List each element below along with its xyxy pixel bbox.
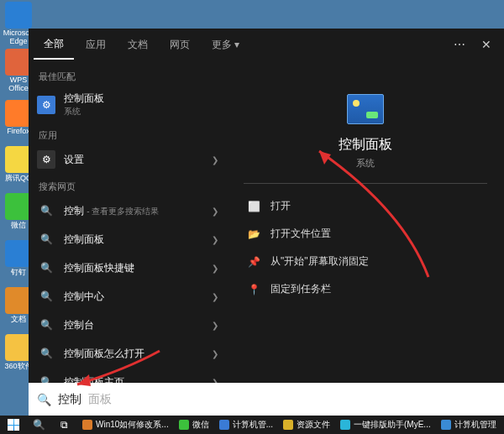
tab-web[interactable]: 网页	[160, 31, 200, 59]
web-result-item[interactable]: 🔍控制面板快捷键❯	[29, 254, 227, 282]
web-result-item[interactable]: 🔍控制 - 查看更多搜索结果❯	[29, 196, 227, 225]
action-icon: ⬜	[247, 201, 260, 212]
tab-docs[interactable]: 文档	[118, 31, 158, 59]
chevron-right-icon: ❯	[212, 349, 218, 358]
search-icon: 🔍	[37, 393, 51, 406]
taskbar-app-icon	[340, 420, 350, 430]
taskbar-app-icon	[441, 420, 451, 430]
action-icon: 📌	[247, 256, 260, 268]
search-icon: 🔍	[37, 316, 55, 334]
taskbar-app-icon	[179, 420, 189, 430]
web-result-item[interactable]: 🔍控制面板怎么打开❯	[29, 339, 227, 368]
detail-action-item[interactable]: ⬜打开	[244, 192, 487, 220]
result-detail-pane: 控制面板 系统 ⬜打开📂打开文件位置📌从"开始"屏幕取消固定📍固定到任务栏	[227, 60, 504, 383]
taskbar-item[interactable]: 微信	[174, 416, 214, 433]
taskbar-item[interactable]: Win10如何修改系...	[77, 416, 174, 433]
web-result-item[interactable]: 🔍控制面板主页❯	[29, 368, 227, 383]
search-icon: 🔍	[37, 259, 55, 277]
task-view-icon[interactable]: ⧉	[52, 416, 76, 433]
start-search-panel: 全部 应用 文档 网页 更多 ▾ ⋯ ✕ 最佳匹配 ⚙ 控制面板 系统 应用 ⚙…	[29, 29, 504, 416]
chevron-right-icon: ❯	[212, 207, 218, 216]
taskbar: 🔍 ⧉ Win10如何修改系...微信计算机管...资源文件一键排版助手(MyE…	[0, 416, 504, 434]
chevron-right-icon: ❯	[212, 321, 218, 330]
section-apps: 应用	[29, 123, 227, 145]
detail-action-item[interactable]: 📍固定到任务栏	[244, 275, 487, 303]
search-bar[interactable]: 🔍 控制面板	[29, 383, 504, 416]
web-result-item[interactable]: 🔍控制台❯	[29, 311, 227, 339]
best-match-subtitle: 系统	[64, 106, 104, 118]
taskbar-app-icon	[283, 420, 293, 430]
control-panel-icon: ⚙	[37, 96, 55, 114]
web-result-item[interactable]: 🔍控制面板❯	[29, 225, 227, 254]
web-result-item[interactable]: 🔍控制中心❯	[29, 282, 227, 311]
detail-title: 控制面板	[339, 136, 392, 154]
taskbar-search-icon[interactable]: 🔍	[27, 416, 50, 433]
best-match-title: 控制面板	[64, 92, 104, 106]
close-icon[interactable]: ✕	[474, 32, 499, 57]
chevron-right-icon: ❯	[212, 235, 218, 244]
detail-action-item[interactable]: 📂打开文件位置	[244, 220, 487, 248]
search-icon: 🔍	[37, 373, 55, 383]
chevron-right-icon: ❯	[212, 292, 218, 301]
app-result-item[interactable]: ⚙设置❯	[29, 145, 227, 174]
search-icon: 🔍	[37, 287, 55, 306]
chevron-right-icon: ❯	[212, 264, 218, 273]
taskbar-app-icon	[82, 420, 92, 430]
search-tabs: 全部 应用 文档 网页 更多 ▾ ⋯ ✕	[29, 29, 504, 60]
start-button[interactable]	[2, 416, 25, 433]
taskbar-item[interactable]: 一键排版助手(MyE...	[335, 416, 436, 433]
taskbar-item[interactable]: 计算机管理	[436, 416, 501, 433]
tab-more[interactable]: 更多 ▾	[202, 31, 249, 59]
tab-apps[interactable]: 应用	[76, 31, 116, 59]
detail-subtitle: 系统	[356, 157, 375, 170]
action-icon: 📂	[247, 228, 260, 240]
search-icon: 🔍	[37, 344, 55, 363]
chevron-right-icon: ❯	[212, 378, 218, 384]
detail-action-item[interactable]: 📌从"开始"屏幕取消固定	[244, 248, 487, 275]
section-best-match: 最佳匹配	[29, 64, 227, 86]
taskbar-item[interactable]: 资源文件	[278, 416, 335, 433]
action-icon: 📍	[247, 284, 260, 295]
taskbar-item[interactable]: 计算机管...	[214, 416, 278, 433]
search-typed: 控制	[58, 392, 81, 407]
search-icon: 🔍	[37, 230, 55, 248]
detail-actions: ⬜打开📂打开文件位置📌从"开始"屏幕取消固定📍固定到任务栏	[244, 184, 487, 311]
section-web: 搜索网页	[29, 174, 227, 196]
search-placeholder: 面板	[88, 392, 112, 407]
search-icon: 🔍	[37, 201, 55, 220]
more-options-icon[interactable]: ⋯	[447, 32, 472, 57]
results-list: 最佳匹配 ⚙ 控制面板 系统 应用 ⚙设置❯ 搜索网页 🔍控制 - 查看更多搜索…	[29, 60, 227, 383]
chevron-right-icon: ❯	[212, 155, 218, 165]
control-panel-large-icon	[347, 94, 384, 124]
gear-icon: ⚙	[37, 150, 55, 169]
best-match-item[interactable]: ⚙ 控制面板 系统	[29, 86, 227, 123]
tab-all[interactable]: 全部	[34, 30, 74, 60]
taskbar-app-icon	[219, 420, 229, 430]
